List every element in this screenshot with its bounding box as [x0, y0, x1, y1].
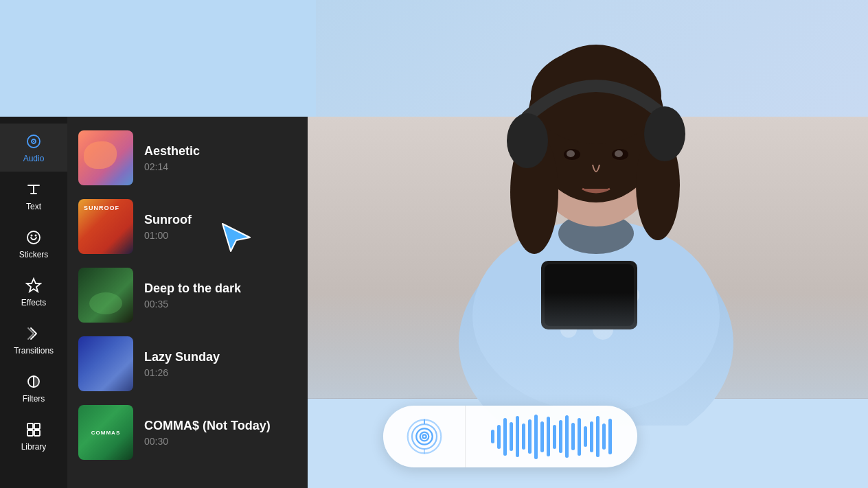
waveform-bar: [503, 418, 507, 456]
music-info-commas: COMMA$ (Not Today) 00:30: [144, 419, 297, 447]
thumb-commas: [78, 405, 133, 460]
player-disc-button[interactable]: [383, 406, 466, 467]
svg-point-28: [31, 235, 33, 237]
sidebar-item-filters[interactable]: Filters: [0, 364, 67, 412]
thumb-deep: [78, 268, 133, 323]
music-duration-commas: 00:30: [144, 436, 297, 447]
music-duration-lazy: 01:26: [144, 367, 297, 378]
sidebar-item-library[interactable]: Library: [0, 412, 67, 460]
waveform-bar: [553, 425, 556, 449]
waveform-bar: [510, 422, 513, 451]
music-duration-aesthetic: 02:14: [144, 161, 297, 172]
svg-point-42: [422, 434, 426, 438]
waveform-bar: [547, 417, 550, 456]
music-item-aesthetic[interactable]: Aesthetic 02:14: [67, 124, 308, 192]
waveform-bar: [596, 416, 599, 457]
thumb-lazy: [78, 336, 133, 391]
music-item-sunroof[interactable]: Sunroof 01:00: [67, 192, 308, 261]
waveform-bar: [528, 419, 532, 454]
bg-top-left: [0, 0, 316, 117]
thumb-sunroof: [78, 199, 133, 254]
waveform-bar: [608, 419, 612, 454]
library-icon: [24, 420, 43, 439]
sidebar-label-filters: Filters: [23, 394, 45, 404]
waveform-bar: [571, 423, 575, 450]
music-title-commas: COMMA$ (Not Today): [144, 419, 297, 433]
svg-rect-34: [34, 423, 40, 429]
music-duration-deep: 00:35: [144, 299, 297, 310]
sidebar-item-transitions[interactable]: Transitions: [0, 316, 67, 364]
music-item-commas[interactable]: COMMA$ (Not Today) 00:30: [67, 398, 308, 467]
waveform-bar: [590, 421, 593, 452]
sidebar-label-transitions: Transitions: [14, 346, 54, 356]
music-title-lazy: Lazy Sunday: [144, 350, 297, 364]
waveform-bar: [491, 430, 494, 443]
sidebar-label-audio: Audio: [23, 154, 45, 163]
audio-icon: [24, 132, 43, 151]
sidebar-label-effects: Effects: [21, 298, 46, 307]
thumb-aesthetic: [78, 130, 133, 185]
svg-point-26: [33, 141, 34, 142]
player-bar[interactable]: [383, 406, 637, 467]
sidebar-label-library: Library: [21, 442, 47, 452]
waveform-bar: [578, 418, 581, 456]
music-item-lazy[interactable]: Lazy Sunday 01:26: [67, 329, 308, 398]
sidebar-item-effects[interactable]: Effects: [0, 268, 67, 316]
svg-marker-37: [222, 224, 250, 251]
music-info-aesthetic: Aesthetic 02:14: [144, 144, 297, 172]
music-title-aesthetic: Aesthetic: [144, 144, 297, 159]
cursor-arrow: [220, 221, 253, 254]
waveform-bars: [491, 419, 612, 454]
sidebar-label-text: Text: [26, 202, 41, 211]
music-title-deep: Deep to the dark: [144, 281, 297, 296]
music-info-lazy: Lazy Sunday 01:26: [144, 350, 297, 378]
svg-point-41: [420, 432, 429, 441]
transitions-icon: [24, 324, 43, 343]
player-waveform[interactable]: [466, 406, 637, 467]
waveform-bar: [584, 426, 587, 447]
waveform-bar: [540, 421, 544, 452]
sidebar-label-stickers: Stickers: [19, 250, 49, 259]
waveform-bar: [516, 416, 519, 457]
waveform-bar: [497, 425, 501, 449]
svg-rect-36: [34, 430, 40, 436]
svg-point-27: [27, 231, 40, 244]
svg-point-29: [35, 235, 37, 237]
filters-icon: [24, 372, 43, 391]
svg-marker-30: [27, 279, 41, 292]
svg-rect-35: [27, 430, 33, 436]
waveform-bar: [565, 415, 569, 458]
waveform-bar: [522, 423, 525, 450]
music-info-deep: Deep to the dark 00:35: [144, 281, 297, 310]
text-icon: [24, 180, 43, 199]
stickers-icon: [24, 228, 43, 247]
waveform-bar: [534, 415, 538, 459]
waveform-bar: [602, 423, 606, 450]
waveform-bar: [559, 420, 562, 453]
sidebar-item-stickers[interactable]: Stickers: [0, 220, 67, 268]
music-panel: Aesthetic 02:14 Sunroof 01:00 Deep to th…: [67, 117, 308, 488]
sidebar-item-text[interactable]: Text: [0, 172, 67, 220]
effects-icon: [24, 276, 43, 295]
sidebar: Audio Text Stickers Effects: [0, 117, 67, 488]
sidebar-item-audio[interactable]: Audio: [0, 124, 67, 172]
svg-rect-33: [27, 423, 33, 429]
disc-player-icon: [406, 418, 443, 455]
player-combined: [383, 406, 637, 467]
svg-point-40: [416, 428, 432, 444]
music-item-deep[interactable]: Deep to the dark 00:35: [67, 261, 308, 329]
